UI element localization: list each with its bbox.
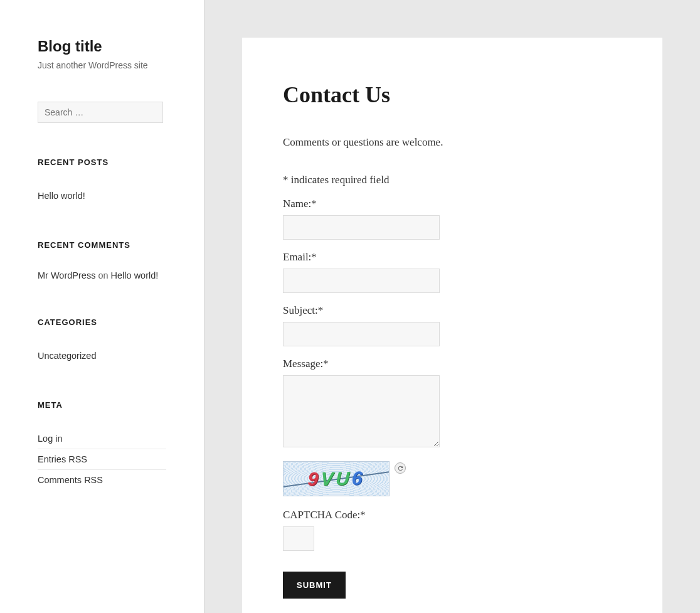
meta-item-entries-rss[interactable]: Entries RSS [38, 449, 166, 470]
comment-on-text: on [95, 270, 110, 280]
field-name: Name:* [283, 198, 622, 240]
label-captcha: CAPTCHA Code:* [283, 509, 622, 521]
input-email[interactable] [283, 269, 440, 293]
input-message[interactable] [283, 375, 440, 447]
label-subject: Subject:* [283, 304, 622, 317]
site-title: Blog title [38, 38, 166, 55]
field-captcha: CAPTCHA Code:* [283, 509, 622, 551]
widget-title-recent-comments: RECENT COMMENTS [38, 240, 166, 250]
sidebar: Blog title Just another WordPress site R… [0, 0, 204, 613]
main-content-area: Contact Us Comments or questions are wel… [204, 0, 700, 613]
intro-text: Comments or questions are welcome. [283, 136, 622, 149]
captcha-image: 9VU6 [283, 461, 390, 496]
widget-categories: CATEGORIES Uncategorized [38, 317, 166, 366]
input-subject[interactable] [283, 322, 440, 346]
submit-button[interactable]: SUBMIT [283, 572, 346, 599]
widget-title-categories: CATEGORIES [38, 317, 166, 327]
widget-title-recent-posts: RECENT POSTS [38, 157, 166, 167]
site-tagline: Just another WordPress site [38, 60, 166, 70]
widget-recent-posts: RECENT POSTS Hello world! [38, 157, 166, 206]
search-input[interactable] [38, 102, 163, 123]
captcha-text: 9VU6 [283, 461, 390, 496]
recent-comment-item: Mr WordPress on Hello world! [38, 269, 166, 283]
captcha-row: 9VU6 [283, 461, 622, 496]
comment-author-link[interactable]: Mr WordPress [38, 270, 95, 280]
field-email: Email:* [283, 251, 622, 293]
widget-title-meta: META [38, 400, 166, 410]
comment-post-link[interactable]: Hello world! [111, 270, 159, 280]
meta-item-login[interactable]: Log in [38, 429, 166, 449]
input-name[interactable] [283, 215, 440, 240]
label-message: Message:* [283, 358, 622, 370]
recent-post-item[interactable]: Hello world! [38, 186, 166, 206]
widget-recent-comments: RECENT COMMENTS Mr WordPress on Hello wo… [38, 240, 166, 283]
label-name: Name:* [283, 198, 622, 210]
field-message: Message:* [283, 358, 622, 450]
content-box: Contact Us Comments or questions are wel… [242, 38, 662, 613]
field-subject: Subject:* [283, 304, 622, 346]
required-note: * indicates required field [283, 174, 622, 186]
input-captcha[interactable] [283, 526, 314, 551]
captcha-refresh-icon[interactable] [395, 462, 406, 474]
meta-item-comments-rss[interactable]: Comments RSS [38, 470, 166, 490]
label-email: Email:* [283, 251, 622, 264]
widget-meta: META Log in Entries RSS Comments RSS [38, 400, 166, 490]
page-title: Contact Us [283, 82, 622, 108]
category-item[interactable]: Uncategorized [38, 346, 166, 366]
